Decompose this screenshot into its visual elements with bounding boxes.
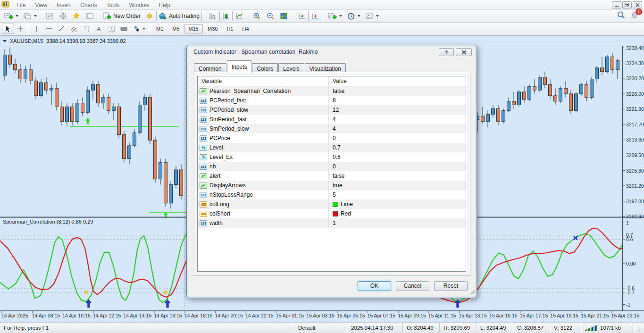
shapes-tool[interactable] [117,24,130,34]
horizontal-line-tool[interactable] [43,24,55,34]
autotrading-button[interactable]: AutoTrading [156,11,202,21]
table-row[interactable]: Pearson_Spearman_Correlationfalse [198,86,466,96]
table-row[interactable]: DisplayArrowstrue [198,181,466,190]
variable-value[interactable]: 4 [333,125,336,132]
variable-value[interactable]: 1 [333,220,336,226]
menu-file[interactable]: File [12,1,30,9]
menu-tools[interactable]: Tools [102,1,125,9]
table-row[interactable]: 123SmPeriod_fast4 [198,115,466,124]
timeframe-h1[interactable]: H1 [222,24,237,33]
table-row[interactable]: colShortRed [198,209,466,218]
candlestick-button[interactable] [219,11,233,21]
bool-type-icon [200,173,207,179]
navigator-button[interactable] [70,11,83,21]
market-watch-button[interactable] [43,11,57,21]
variable-value[interactable]: 0 [333,163,336,170]
tab-inputs[interactable]: Inputs [227,60,252,73]
variable-value[interactable]: 0.6 [333,154,341,160]
dialog-resize-grip[interactable] [470,288,475,296]
fibonacci-tool[interactable]: F [80,24,93,34]
variable-name: colLong [209,201,229,208]
minimize-button[interactable] [612,1,621,8]
variable-value[interactable]: false [333,88,344,94]
table-row[interactable]: 123SmPeriod_slow4 [198,124,466,133]
menu-charts[interactable]: Charts [75,1,101,9]
dropdown-caret-icon[interactable] [34,15,37,17]
table-row[interactable]: 123nb0 [198,162,466,171]
menu-window[interactable]: Window [125,1,154,9]
variable-value[interactable]: 5 [333,191,336,198]
table-row[interactable]: alertfalse [198,171,466,181]
bar-chart-button[interactable] [206,11,219,21]
channel-tool[interactable]: E [67,24,80,34]
zoom-in-button[interactable] [250,11,264,21]
variable-value[interactable]: true [333,182,343,189]
dropdown-caret-icon[interactable] [339,15,342,17]
dialog-close-button[interactable] [456,48,472,56]
tile-windows-button[interactable] [277,11,291,21]
terminal-button[interactable] [83,11,96,21]
timeframe-m30[interactable]: M30 [203,24,222,33]
variable-value[interactable]: 12 [333,107,339,113]
profiles-button[interactable] [21,11,39,21]
variable-value[interactable]: false [333,173,344,179]
variable-value[interactable]: 4 [333,116,336,123]
cursor-tool[interactable] [2,24,14,34]
zoom-out-button[interactable] [264,11,277,21]
vertical-line-tool[interactable] [31,24,43,34]
dialog-help-button[interactable]: ? [439,48,454,56]
variable-value[interactable]: Lime [341,201,353,208]
data-window-button[interactable] [57,11,70,21]
ok-button[interactable]: OK [358,281,391,291]
periods-button[interactable] [344,11,363,21]
table-row[interactable]: ½Level_Ex0.6 [198,152,466,162]
price-tick-label: 3234.30 [626,60,644,66]
table-row[interactable]: colLongLime [198,200,466,209]
arrows-tool[interactable] [130,24,148,34]
variable-value[interactable]: 8 [333,97,336,104]
variable-value[interactable]: 0 [333,135,336,142]
window-resize-grip[interactable] [634,323,644,333]
new-order-button[interactable]: New Order [100,11,143,21]
dialog-tabs: CommonInputsColorsLevelsVisualization [194,60,346,72]
timeframe-m15[interactable]: M15 [184,24,203,33]
templates-button[interactable] [363,11,381,21]
metaeditor-button[interactable] [143,11,156,21]
dropdown-caret-icon[interactable] [142,28,145,30]
timeframe-h4[interactable]: H4 [238,24,253,33]
dropdown-caret-icon[interactable] [358,15,360,17]
dropdown-caret-icon[interactable] [16,15,18,17]
table-row[interactable]: 123PCPeriod_slow12 [198,105,466,115]
table-row[interactable]: 123nStopLossRange5 [198,190,466,200]
dropdown-caret-icon[interactable] [376,15,379,17]
timeframe-m1[interactable]: M1 [152,24,167,33]
value-column-header[interactable]: Value [329,76,466,86]
text-tool[interactable]: A [93,24,105,34]
crosshair-tool[interactable] [14,24,26,34]
search-icon[interactable] [617,11,626,21]
menu-help[interactable]: Help [154,1,175,9]
chart-shift-button[interactable] [308,11,321,21]
reset-button[interactable]: Reset [434,281,468,291]
variable-column-header[interactable]: Variable [198,76,329,86]
inputs-table[interactable]: Variable Value Pearson_Spearman_Correlat… [197,76,466,272]
menu-view[interactable]: View [30,1,52,9]
restore-button[interactable] [622,1,632,8]
cancel-button[interactable]: Cancel [396,281,429,291]
trendline-tool[interactable] [55,24,67,34]
table-row[interactable]: 123width1 [198,218,466,228]
notifications-icon[interactable]: 1 [630,11,638,21]
timeframe-m5[interactable]: M5 [168,24,184,33]
new-chart-button[interactable] [2,11,21,21]
variable-value[interactable]: Red [341,210,351,217]
indicators-button[interactable] [326,11,344,21]
table-row[interactable]: 123PCPrice0 [198,133,466,143]
table-row[interactable]: ½Level0.7 [198,143,466,152]
line-chart-button[interactable] [233,11,246,21]
label-tool[interactable]: T [105,24,117,34]
variable-value[interactable]: 0.7 [333,144,341,151]
table-row[interactable]: 123PCPeriod_fast8 [198,96,466,105]
close-button[interactable] [633,1,642,8]
menu-insert[interactable]: Insert [52,1,75,9]
autoscroll-button[interactable] [295,11,308,21]
